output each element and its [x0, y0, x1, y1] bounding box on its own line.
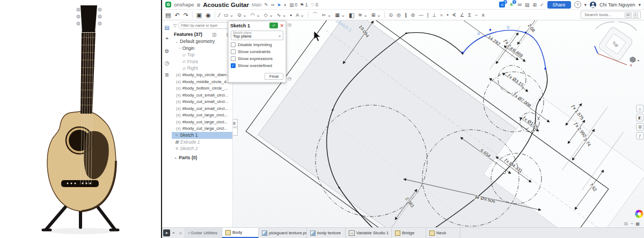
sketch-plane-field[interactable]: Sketch plane Top plane ✕ [231, 31, 283, 40]
branch-label[interactable]: Main [252, 2, 261, 8]
spline-tool-icon[interactable]: ∿ ⌄ [277, 10, 287, 20]
onshape-logo-icon[interactable]: ✿ [165, 2, 171, 8]
help-caret-icon[interactable]: ▾ [584, 2, 587, 8]
tab-neck[interactable]: Neck [426, 228, 460, 238]
comments-icon[interactable]: ❝ [165, 36, 168, 42]
dimension-label[interactable]: 0.469 [511, 47, 524, 58]
parallel-constraint-icon[interactable]: ∥ [405, 10, 407, 20]
document-title[interactable]: Acoustic Guitar [203, 2, 249, 8]
feature-item-sketch1[interactable]: ✎ Sketch 1 [172, 132, 232, 139]
viewcube-caret-icon[interactable]: ▾ [638, 59, 639, 62]
apps-grid-icon[interactable]: ⊞ [532, 2, 537, 8]
option-disable-imprinting[interactable]: Disable imprinting [231, 42, 283, 47]
display-options-icon[interactable]: ▥ [638, 125, 642, 129]
normal-constraint-icon[interactable]: ∢ [452, 10, 457, 20]
cancel-button[interactable]: ✕ [280, 23, 284, 28]
home-icon[interactable]: ⌂ [177, 228, 184, 238]
integrations-icon[interactable]: ⚙ [165, 48, 170, 54]
follow-mode-icon[interactable]: ➤ [277, 2, 281, 8]
document-menu-icon[interactable]: ≡ [197, 2, 200, 8]
final-button[interactable]: Final [265, 73, 283, 80]
text-tool-icon[interactable]: A ⌄ [296, 10, 304, 20]
share-button[interactable]: Share [547, 1, 571, 9]
transform-tool-icon[interactable]: ⊞ ⌄ [371, 10, 381, 20]
sketch-plane[interactable] [246, 0, 644, 238]
sketch-plane-value[interactable]: Top plane [233, 34, 252, 39]
user-avatar[interactable] [590, 2, 596, 8]
export-features-icon[interactable]: ◫ [210, 32, 217, 37]
public-icon[interactable]: ◐ [284, 2, 287, 8]
variable-item[interactable]: (x) #body_bottom_circle_... [172, 85, 232, 92]
view-options-cube-icon[interactable]: ▾ [630, 57, 639, 63]
circle-tool-icon[interactable]: ⊙ ⌄ [237, 10, 247, 20]
option-show-expressions[interactable]: Show expressions [231, 56, 283, 61]
polygon-tool-icon[interactable]: ◇ ⌄ [264, 10, 273, 20]
add-tab-button[interactable]: + [170, 228, 177, 238]
sum-icon[interactable]: Σ [468, 10, 471, 20]
dimension-label[interactable]: 2.08 [527, 23, 537, 33]
checkbox[interactable] [231, 42, 236, 47]
rotate-arrow-icon[interactable] [618, 22, 636, 31]
rollback-clock-icon[interactable]: ◷ [288, 23, 291, 27]
tab-body[interactable]: Body [222, 228, 259, 238]
trim-tool-icon[interactable]: ✂ ⌄ [322, 10, 332, 20]
mirror-tool-icon[interactable]: ◧ [349, 10, 354, 20]
feature-group-default-geometry[interactable]: ⌄ Default geometry [172, 38, 232, 45]
undo-icon[interactable]: ↶ [174, 10, 179, 20]
variable-item[interactable]: (x) #body_cut_small_circl... [172, 92, 232, 99]
breadcrumb[interactable]: › Guitar Utilities [184, 228, 222, 238]
panel-toggle-icon[interactable]: ▤ [165, 10, 171, 20]
filter-icon[interactable]: ▽ [173, 23, 177, 28]
equal-constraint-icon[interactable]: = [440, 10, 443, 20]
angle-constraint-icon[interactable]: ∠ [460, 10, 464, 20]
tab-pickguard-texture[interactable]: pickguard texture.png [259, 228, 307, 238]
variable-item[interactable]: (x) #body_middle_circle_d... [172, 78, 232, 85]
checkbox[interactable] [231, 56, 236, 61]
variable-item[interactable]: (x) #body_cut_large_circl... [172, 125, 232, 132]
shortcuts-icon[interactable]: ▦ [635, 221, 640, 226]
checkbox[interactable] [231, 49, 236, 54]
chevron-down-icon[interactable]: ⌄ [175, 39, 178, 44]
likes-count[interactable]: ♡ 0 [310, 2, 318, 8]
sketch-button-icon[interactable]: ▣ [196, 10, 202, 20]
offset-tool-icon[interactable]: ≋ ⌄ [358, 10, 368, 20]
rollback-clock-icon[interactable]: ◷ [288, 76, 291, 81]
tab-variable-studio[interactable]: (x) Variable Studio 1 [346, 228, 392, 238]
rectangle-tool-icon[interactable]: ▭ ⌄ [224, 10, 234, 20]
pattern-tool-icon[interactable]: ▦ ⌄ [335, 10, 345, 20]
help-button[interactable]: ? [574, 1, 581, 8]
redo-icon[interactable]: ↷ [184, 10, 188, 20]
feedback-icon[interactable]: ▤ [525, 2, 530, 8]
checkbox-checked[interactable] [231, 63, 236, 68]
tab-bridge[interactable]: Bridge [392, 228, 426, 238]
notifications-bell-icon[interactable]: ✉ [517, 2, 522, 8]
view-tool-stack[interactable]: △ ◧ ▥ ƒ [636, 105, 643, 139]
link-icon[interactable]: ∞ [271, 2, 274, 8]
clear-selection-icon[interactable]: ✕ [278, 34, 281, 39]
vertical-constraint-icon[interactable]: | [427, 10, 428, 20]
confirm-button[interactable]: ✓ [269, 23, 278, 28]
selected-spline[interactable] [463, 31, 546, 70]
perpendicular-constraint-icon[interactable]: ⊥ [432, 10, 436, 20]
tab-body-texture[interactable]: body texture [307, 228, 346, 238]
midpoint-constraint-icon[interactable]: • [447, 10, 448, 20]
chat-notification[interactable]: c 9 [499, 2, 505, 8]
view-cube[interactable]: Top x ▾ [595, 22, 639, 67]
follows-count[interactable]: ⚑ 1 [300, 2, 308, 8]
variables-panel-icon[interactable]: ƒ [639, 134, 641, 138]
chevron-down-icon[interactable]: ⌄ [174, 155, 177, 160]
filter-input[interactable] [178, 22, 231, 29]
feature-panel-icon[interactable]: ▤ [164, 25, 169, 31]
versions-icon[interactable]: ◷ [165, 60, 170, 66]
window-menu-icon[interactable]: ➤ [163, 229, 170, 236]
feature-item-top-plane[interactable]: ▱ Top [172, 51, 232, 58]
user-menu-caret-icon[interactable]: ▾ [638, 2, 641, 8]
parts-group[interactable]: ⌄ Parts (0) [172, 154, 232, 161]
option-show-constraints[interactable]: Show constraints [231, 49, 283, 54]
feature-item-extrude1[interactable]: ▦ Extrude 1 [172, 139, 232, 146]
dimension-label[interactable]: ƒx Ø3.15 [507, 72, 525, 88]
variable-item[interactable]: (x) #body_cut_small_circl... [172, 99, 232, 106]
update-icon[interactable]: ◉ [206, 10, 211, 20]
driven-dim-icon[interactable]: − [475, 10, 478, 20]
variable-item[interactable]: (x) #body_cut_large_circl... [172, 112, 232, 119]
